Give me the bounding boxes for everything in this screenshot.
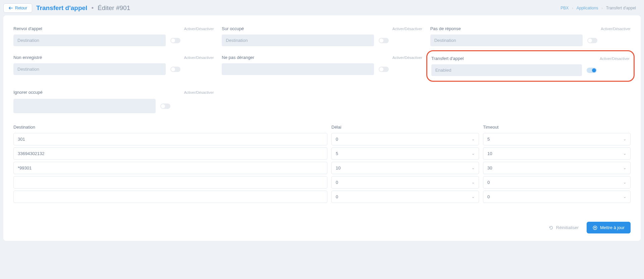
- reset-button[interactable]: Réinitialiser: [549, 225, 579, 230]
- ignore-input[interactable]: [13, 99, 156, 113]
- chevron-down-icon: ⌄: [623, 151, 626, 156]
- toggle-label: Activer/Désactiver: [184, 27, 214, 31]
- timeout-select[interactable]: 10⌄: [483, 147, 631, 160]
- timeout-select[interactable]: 30⌄: [483, 162, 631, 174]
- field-label: Sur occupé: [222, 26, 244, 31]
- toggle-label: Activer/Désactiver: [184, 90, 214, 94]
- title-separator: •: [91, 4, 94, 12]
- chevron-down-icon: ⌄: [472, 195, 475, 199]
- toggle-label: Activer/Désactiver: [184, 56, 214, 60]
- table-row: 0⌄0⌄: [13, 176, 631, 189]
- chevron-down-icon: ⌄: [623, 166, 626, 170]
- chevron-down-icon: ⌄: [472, 166, 475, 170]
- chevron-down-icon: ⌄: [472, 180, 475, 185]
- field-label: Ne pas déranger: [222, 55, 254, 60]
- toggle-label: Activer/Désactiver: [392, 56, 422, 60]
- update-button[interactable]: Mettre à jour: [587, 222, 631, 233]
- destination-input[interactable]: [13, 191, 327, 203]
- crumb-current: Transfert d'appel: [606, 6, 636, 10]
- update-label: Mettre à jour: [600, 225, 625, 230]
- toggle-label: Activer/Désactiver: [600, 57, 630, 61]
- field-label: Ignorer occupé: [13, 90, 43, 95]
- field-non-enregistre: Non enregistré Activer/Désactiver: [13, 55, 214, 77]
- back-button[interactable]: Retour: [3, 3, 32, 13]
- table-row: 0⌄5⌄: [13, 133, 631, 145]
- col-destination: Destination: [13, 125, 327, 130]
- arrow-left-icon: [8, 6, 13, 10]
- toggle-label: Activer/Désactiver: [392, 27, 422, 31]
- page-title: Transfert d'appel: [36, 4, 87, 12]
- field-renvoi-appel: Renvoi d'appel Activer/Désactiver: [13, 26, 214, 46]
- renvoi-toggle[interactable]: [170, 38, 180, 43]
- field-pas-reponse: Pas de réponse Activer/Désactiver: [430, 26, 631, 46]
- occupe-input[interactable]: [222, 34, 374, 46]
- noanswer-toggle[interactable]: [587, 38, 597, 43]
- chevron-down-icon: ⌄: [472, 151, 475, 156]
- upload-icon: [593, 225, 597, 230]
- timeout-select[interactable]: 0⌄: [483, 191, 631, 203]
- table-header: Destination Délai Timeout: [13, 125, 631, 130]
- col-timeout: Timeout: [483, 125, 631, 130]
- nonenreg-input[interactable]: [13, 63, 166, 75]
- chevron-down-icon: ⌄: [623, 180, 626, 185]
- field-ignorer-occupe: Ignorer occupé Activer/Désactiver: [13, 90, 214, 113]
- refresh-icon: [549, 225, 553, 230]
- renvoi-input[interactable]: [13, 34, 166, 46]
- col-delai: Délai: [331, 125, 479, 130]
- destination-input[interactable]: [13, 176, 327, 189]
- nonenreg-toggle[interactable]: [170, 67, 180, 72]
- dnd-input[interactable]: [222, 63, 374, 75]
- toggle-label: Activer/Désactiver: [601, 27, 631, 31]
- dnd-toggle[interactable]: [379, 67, 389, 72]
- back-label: Retour: [15, 6, 27, 10]
- field-label: Non enregistré: [13, 55, 42, 60]
- destination-input[interactable]: [13, 162, 327, 174]
- crumb-applications[interactable]: Applications: [577, 6, 598, 10]
- delay-select[interactable]: 5⌄: [331, 147, 479, 160]
- occupe-toggle[interactable]: [379, 38, 389, 43]
- timeout-select[interactable]: 5⌄: [483, 133, 631, 145]
- chevron-down-icon: ⌄: [623, 137, 626, 141]
- transfer-toggle[interactable]: [587, 68, 597, 73]
- destination-input[interactable]: [13, 133, 327, 145]
- breadcrumb: PBX › Applications › Transfert d'appel: [560, 6, 641, 10]
- timeout-select[interactable]: 0⌄: [483, 176, 631, 189]
- field-ne-pas-deranger: Ne pas déranger Activer/Désactiver: [222, 55, 422, 77]
- reset-label: Réinitialiser: [556, 225, 579, 230]
- field-transfert-appel: Transfert d'appel Activer/Désactiver: [430, 55, 631, 77]
- delay-select[interactable]: 0⌄: [331, 133, 479, 145]
- transfer-input[interactable]: [431, 64, 582, 76]
- page-subtitle: Éditer #901: [98, 4, 130, 12]
- noanswer-input[interactable]: [430, 34, 583, 46]
- field-label: Renvoi d'appel: [13, 26, 42, 31]
- crumb-pbx[interactable]: PBX: [560, 6, 569, 10]
- chevron-down-icon: ⌄: [472, 137, 475, 141]
- field-label: Pas de réponse: [430, 26, 461, 31]
- ignore-toggle[interactable]: [160, 103, 170, 109]
- chevron-down-icon: ⌄: [623, 195, 626, 199]
- destination-input[interactable]: [13, 147, 327, 160]
- field-label: Transfert d'appel: [431, 56, 464, 61]
- table-row: 5⌄10⌄: [13, 147, 631, 160]
- delay-select[interactable]: 10⌄: [331, 162, 479, 174]
- table-row: 0⌄0⌄: [13, 191, 631, 203]
- table-row: 10⌄30⌄: [13, 162, 631, 174]
- field-sur-occupe: Sur occupé Activer/Désactiver: [222, 26, 422, 46]
- delay-select[interactable]: 0⌄: [331, 176, 479, 189]
- delay-select[interactable]: 0⌄: [331, 191, 479, 203]
